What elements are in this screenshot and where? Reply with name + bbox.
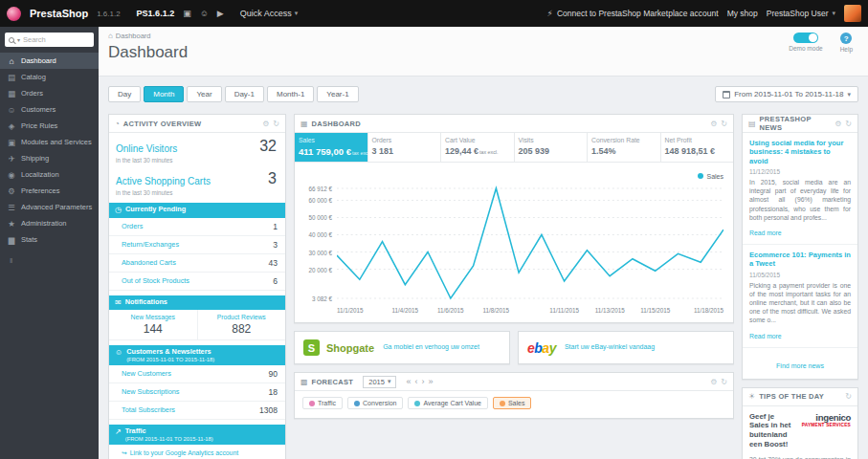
caret-down-icon: ▾ [388,378,391,385]
filter-button-year-1[interactable]: Year-1 [317,86,358,102]
pending-row[interactable]: Abandoned Carts43 [109,254,285,273]
pending-row[interactable]: Out of Stock Products6 [109,273,285,291]
notification-new-messages[interactable]: New Messages144 [109,310,197,339]
read-more-link[interactable]: Read more [749,333,782,339]
forecast-legend-sales[interactable]: Sales [493,397,532,409]
customers-row[interactable]: Total Subscribers1308 [109,402,285,420]
sidebar-collapse-icon[interactable]: ‖ [0,248,99,265]
user-menu[interactable]: PrestaShop User ▾ [767,9,835,18]
administration-icon: ★ [7,219,16,229]
sidebar-item-dashboard[interactable]: ⌂Dashboard [0,53,99,69]
legend-label: Average Cart Value [423,400,480,406]
pending-row[interactable]: Return/Exchanges3 [109,236,285,254]
marketplace-link[interactable]: ⚡ Connect to PrestaShop Marketplace acco… [547,9,719,18]
ebay-module[interactable]: ebay Start uw eBay-winkel vandaag [518,331,734,364]
notifications-header: ✉ Notifications [109,295,285,311]
kpi-tab-conversion-rate[interactable]: Conversion Rate1.54% [588,133,661,162]
kpi-tab-net-profit[interactable]: Net Profit148 918,51 € [661,133,734,162]
pending-row[interactable]: Orders1 [109,218,285,236]
sidebar-nav: ⌂Dashboard▤Catalog▦Orders☺Customers◈Pric… [0,53,99,248]
date-range-picker[interactable]: From 2015-11-01 To 2015-11-18 ▾ [715,86,858,102]
online-visitors-sub: in the last 30 minutes [116,157,278,165]
filter-button-month[interactable]: Month [144,86,184,102]
sidebar-item-advanced-parameters[interactable]: ☰Advanced Parameters [0,199,99,215]
person-icon[interactable]: ☺ [200,9,209,18]
launch-icon[interactable]: ▶ [217,9,224,18]
kpi-tab-visits[interactable]: Visits205 939 [515,133,589,162]
sidebar-item-orders[interactable]: ▦Orders [0,85,99,101]
my-shop-link[interactable]: My shop [727,9,758,18]
forecast-legend-traffic[interactable]: Traffic [302,397,343,409]
chart-y-tick: 60 000 € [308,197,332,204]
sidebar-item-price-rules[interactable]: ◈Price Rules [0,118,99,134]
news-article-title[interactable]: Ecommerce 101: Payments in a Tweet [749,251,851,269]
ebay-link[interactable]: Start uw eBay-winkel vandaag [565,343,655,352]
forecast-legend-average-cart-value[interactable]: Average Cart Value [408,397,487,409]
sidebar-item-shipping[interactable]: ✈Shipping [0,150,99,166]
user-avatar[interactable] [844,5,861,22]
filter-button-month-1[interactable]: Month-1 [267,86,314,102]
filter-button-day-1[interactable]: Day-1 [225,86,264,102]
kpi-tab-orders[interactable]: Orders3 181 [368,133,442,162]
ingenico-logo[interactable]: ingenico payment services [799,412,851,449]
active-carts-link[interactable]: Active Shopping Carts [116,176,211,186]
chart-y-axis: 66 912 €60 000 €50 000 €40 000 €30 000 €… [304,184,337,304]
chart-x-axis: 11/1/201511/4/201511/6/201511/8/201511/1… [337,307,723,317]
find-more-news-link[interactable]: Find more news [776,362,824,369]
kpi-tab-cart-value[interactable]: Cart Value129,44 €tax excl. [441,133,515,162]
news-article-title[interactable]: Using social media for your business: 4 … [749,139,851,165]
gear-icon[interactable]: ⚙ [710,378,717,386]
search-input[interactable] [23,35,90,44]
sidebar-item-stats[interactable]: ▆Stats [0,231,99,248]
sidebar-item-localization[interactable]: ◉Localization [0,166,99,183]
filter-button-year[interactable]: Year [187,86,221,102]
gear-icon[interactable]: ⚙ [710,120,717,128]
refresh-icon[interactable]: ↻ [845,120,852,128]
forecast-legend-conversion[interactable]: Conversion [347,397,403,409]
caret-down-icon[interactable]: ▾ [17,36,20,43]
dashboard-panel-title: DASHBOARD [312,120,361,128]
kpi-tab-sales[interactable]: Sales411 759,00 €tax excl. [295,133,368,162]
help-icon[interactable]: ? [840,33,852,44]
news-article-date: 11/05/2015 [749,272,851,278]
pager-first-icon[interactable]: « [406,377,411,386]
shopgate-link[interactable]: Ga mobiel en verhoog uw omzet [383,343,479,352]
customers-row[interactable]: New Subscriptions18 [109,383,285,402]
gear-icon[interactable]: ⚙ [262,120,269,128]
google-analytics-link[interactable]: ↪ Link to your Google Analytics account [109,445,285,459]
chart-y-tick: 50 000 € [308,214,332,221]
sidebar-item-administration[interactable]: ★Administration [0,215,99,231]
sidebar-item-customers[interactable]: ☺Customers [0,101,99,118]
news-panel: ▤ PRESTASHOP NEWS ⚙ ↻ Using social media… [742,114,858,380]
filter-button-day[interactable]: Day [108,86,141,102]
home-icon[interactable]: ⌂ [108,32,113,40]
tips-panel: ☀ TIPS OF THE DAY ↻ Geef je Sales in het… [742,387,858,459]
pager-next-icon[interactable]: › [421,377,424,386]
legend-dot-icon [698,173,703,179]
sidebar-item-modules-and-services[interactable]: ▣Modules and Services [0,134,99,150]
kpi-tabs: Sales411 759,00 €tax excl.Orders3 181Car… [295,133,733,163]
store-icon[interactable]: ▣ [183,9,191,18]
refresh-icon[interactable]: ↻ [721,378,727,386]
kpi-label: Sales [299,137,364,143]
demo-mode-toggle[interactable] [793,33,818,43]
customers-row[interactable]: New Customers90 [109,365,285,383]
sidebar-item-label: Localization [21,170,59,179]
gear-icon[interactable]: ⚙ [835,120,841,128]
chart-legend[interactable]: Sales [304,170,723,182]
refresh-icon[interactable]: ↻ [721,120,727,128]
pager-last-icon[interactable]: » [428,377,433,386]
shopgate-module[interactable]: S Shopgate Ga mobiel en verhoog uw omzet [294,331,510,364]
sidebar-item-preferences[interactable]: ⚙Preferences [0,183,99,199]
read-more-link[interactable]: Read more [749,230,782,236]
refresh-icon[interactable]: ↻ [845,392,852,401]
online-visitors-link[interactable]: Online Visitors [116,143,177,154]
forecast-year-select[interactable]: 2015 ▾ [363,376,396,388]
pager-prev-icon[interactable]: ‹ [414,377,417,386]
refresh-icon[interactable]: ↻ [273,120,279,128]
quick-access-menu[interactable]: Quick Access ▾ [240,9,299,18]
notification-product-reviews[interactable]: Product Reviews882 [197,310,286,339]
sidebar-item-catalog[interactable]: ▤Catalog [0,69,99,85]
caret-down-icon: ▾ [847,91,851,98]
online-visitors-value: 32 [259,138,277,155]
